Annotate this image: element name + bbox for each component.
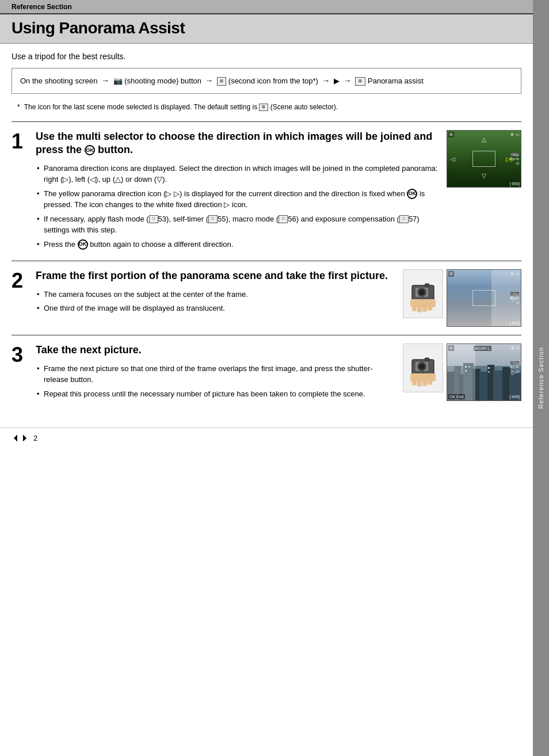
step-2-body: Frame the first portion of the panorama … [36,269,403,316]
lcd3-translucent [447,344,475,400]
svg-rect-4 [425,284,429,287]
svg-rect-21 [428,380,432,385]
lcd3-aemaf: AE/AF-L [474,346,491,351]
svg-rect-36 [488,371,490,373]
lcd1-icons: ⊕ ▭ [510,132,520,137]
arrow-3: → [322,76,330,85]
ref-icon-3: □ [279,215,288,223]
header-section: Reference Section [0,0,533,14]
step-3-number: 3 [12,343,36,365]
step-2-section: 2 Frame the first portion of the panoram… [12,261,521,327]
step-2-heading: Frame the first portion of the panorama … [36,269,397,282]
step-1-body: Use the multi selector to choose the dir… [36,130,447,253]
footer: ⏴⏵ 2 [0,427,533,448]
ref-section-label: Reference Section [12,3,72,11]
step-2-number: 2 [12,269,36,291]
arrow-2: → [205,76,214,85]
step-2-bullet-1: The camera focuses on the subject at the… [36,289,397,300]
footer-bookmark: ⏴⏵ [12,433,30,443]
lcd3-card: ▭ [516,346,520,350]
arrow-4: → [344,76,352,85]
svg-rect-35 [488,367,490,369]
lcd3-rightbar: 720p 8m 0s ⊡ [510,361,519,373]
scene-mode-icon: ⊞ [217,77,226,85]
ref-icon-2: □ [208,215,218,223]
step-2-images: ↓ ⊞ ⊕ [403,269,521,327]
svg-rect-20 [422,380,427,386]
lcd3-battery: ⊕ [511,346,514,350]
step-2-lcd: ⊞ ⊕ ▭ ▷ 720p 8m 0s [447,269,521,327]
lcd2-count: [ 950] [509,321,520,325]
lcd1-left-arrow: ◁ [451,155,455,162]
step-1-bullets: Panorama direction icons are displayed. … [36,163,441,250]
nav-box-text: On the shooting screen → 📷 (shooting mod… [20,77,424,85]
step-2-bullet-2: One third of the image will be displayed… [36,303,397,314]
svg-point-3 [419,289,425,295]
lcd2-botbar: [ 950] [448,321,520,325]
sidebar-label: Reference Section [537,347,544,409]
lcd1-card: ▭ [516,132,520,137]
step-1-images: ⊞ ⊕ ▭ △ ◁ ▷▷ ▽ [447,130,521,188]
step-2-camera-svg: ↓ [407,274,439,314]
intro-text: Use a tripod for the best results. [12,52,521,61]
lcd1-up-arrow: △ [482,136,486,143]
lcd3-ok: OK End [448,394,465,399]
lcd1-mode: ⊡ [516,161,519,165]
right-arrow: ▶ [334,77,340,85]
lcd2-grid: ⊞ [448,271,454,277]
step-3-bullet-2: Repeat this process until the necessary … [36,388,397,400]
svg-rect-7 [412,306,417,311]
svg-rect-9 [422,306,427,312]
sidebar: Reference Section [533,0,549,756]
svg-rect-18 [412,380,417,385]
lcd3-mode: ⊡ [516,369,519,373]
page-title-area: Using Panorama Assist [0,14,533,44]
lcd2-rightbar: 720p 8m 0s ⊡ [510,292,519,304]
lcd3-count: [ 949] [509,395,520,399]
lcd2-mode: ⊡ [516,300,519,304]
step-3-content: 3 Take the next picture. Frame the next … [12,343,521,402]
lcd3-8m: 8m 0s [510,365,519,369]
step-1-bullet-4: Press the OK button again to choose a di… [36,239,441,250]
svg-rect-15 [425,358,429,361]
step-3-bullets: Frame the next picture so that one third… [36,363,397,400]
step-2-content: 2 Frame the first portion of the panoram… [12,269,521,327]
step-3-hand-icon: ↓ [403,343,443,392]
camera-icon: 📷 [113,77,123,85]
step-3-images: ↓ [403,343,521,401]
main-content: Reference Section Using Panorama Assist … [0,0,533,448]
ok-btn-inline-1: OK [407,189,417,199]
lcd1-720p: 720p [510,152,519,156]
step-3-lcd: ⊞ AE/AF-L ⊕ ▭ ▷ 720p [447,343,521,401]
lcd3-icons: ⊕ ▭ [511,346,520,350]
asterisk: * [17,103,20,111]
page-title: Using Panorama Assist [12,19,521,37]
step-1-number: 1 [12,130,36,152]
lcd1-battery: ⊕ [510,132,514,137]
nav-box: On the shooting screen → 📷 (shooting mod… [12,68,521,94]
lcd1-down-arrow: ▽ [482,173,486,179]
panorama-icon: ⊞ [355,77,365,85]
svg-rect-10 [428,306,432,311]
lcd1-botbar: [ 950] [448,182,520,186]
svg-rect-8 [417,306,422,312]
step-3-heading: Take the next picture. [36,343,397,357]
step-3-bullet-1: Frame the next picture so that one third… [36,363,397,385]
lcd2-8m: 8m 0s [510,296,519,300]
svg-rect-19 [417,380,422,387]
step-1-section: 1 Use the multi selector to choose the d… [12,121,521,253]
ref-icon-4: □ [399,215,409,223]
step-1-content: 1 Use the multi selector to choose the d… [12,130,521,253]
step-1-heading: Use the multi selector to choose the dir… [36,130,441,157]
step-2-bullets: The camera focuses on the subject at the… [36,289,397,314]
step-3-section: 3 Take the next picture. Frame the next … [12,335,521,402]
ok-button-icon-1: OK [85,145,95,155]
lcd1-8m: 8m 0s [510,156,519,160]
lcd3-botbar: OK End [ 949] [448,394,520,399]
step-3-body: Take the next picture. Frame the next pi… [36,343,403,402]
lcd1-rightbar: 720p 8m 0s ⊡ [510,152,519,165]
svg-point-14 [419,364,425,369]
step-3-camera-svg: ↓ [407,348,439,388]
ref-icon-1: □ [149,215,158,223]
step-1-bullet-1: Panorama direction icons are displayed. … [36,163,441,185]
